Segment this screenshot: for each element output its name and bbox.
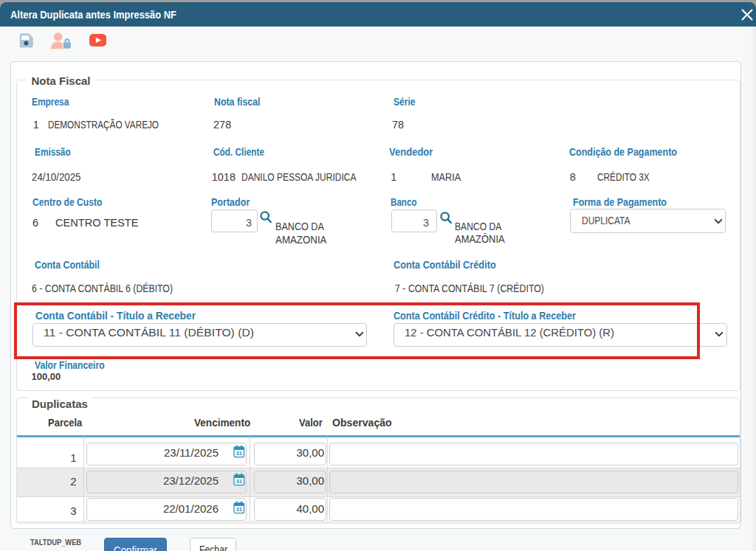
svg-text:31: 31 [236, 506, 242, 513]
svg-text:31: 31 [236, 450, 242, 457]
svg-text:31: 31 [236, 478, 242, 485]
